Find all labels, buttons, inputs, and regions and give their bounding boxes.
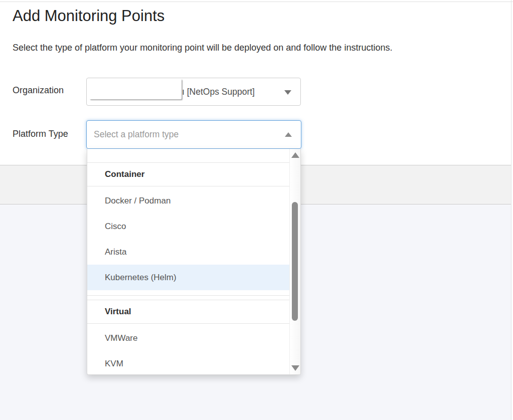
chevron-down-icon [284, 90, 291, 95]
dropdown-list: Container Docker / Podman Cisco Arista K… [87, 149, 289, 375]
dropdown-item-cisco[interactable]: Cisco [87, 214, 289, 239]
page-title: Add Monitoring Points [13, 7, 164, 25]
group-items-virtual: VMWare KVM [87, 324, 289, 375]
scroll-down-icon[interactable] [291, 365, 299, 371]
group-items-container: Docker / Podman Cisco Arista Kubernetes … [87, 186, 289, 296]
top-divider [0, 2, 513, 2]
dropdown-item-docker-podman[interactable]: Docker / Podman [87, 188, 289, 214]
dropdown-scroll-gap [87, 149, 289, 162]
right-edge-divider [511, 0, 511, 420]
platform-type-dropdown: Container Docker / Podman Cisco Arista K… [87, 149, 301, 375]
organization-selected-value: ı [NetOps Support] [182, 78, 255, 105]
group-header-container: Container [87, 162, 289, 186]
scroll-up-icon[interactable] [291, 152, 299, 158]
platform-type-select[interactable]: Select a platform type [86, 120, 301, 149]
group-header-virtual: Virtual [87, 300, 289, 324]
page-subtitle: Select the type of platform your monitor… [13, 43, 392, 53]
redaction-overlay [89, 79, 182, 99]
platform-type-placeholder: Select a platform type [94, 121, 179, 148]
dropdown-item-vmware[interactable]: VMWare [87, 325, 289, 351]
dropdown-item-kvm[interactable]: KVM [87, 351, 289, 375]
platform-type-label: Platform Type [13, 129, 68, 139]
scrollbar-thumb[interactable] [292, 202, 298, 321]
organization-select[interactable]: ı [NetOps Support] [86, 78, 301, 106]
dropdown-item-arista[interactable]: Arista [87, 239, 289, 265]
dropdown-item-kubernetes-helm[interactable]: Kubernetes (Helm) [87, 265, 289, 290]
add-monitoring-points-page: Add Monitoring Points Select the type of… [0, 0, 513, 420]
dropdown-scrollbar[interactable] [289, 149, 300, 374]
chevron-up-icon [285, 132, 292, 137]
organization-label: Organization [13, 85, 64, 96]
